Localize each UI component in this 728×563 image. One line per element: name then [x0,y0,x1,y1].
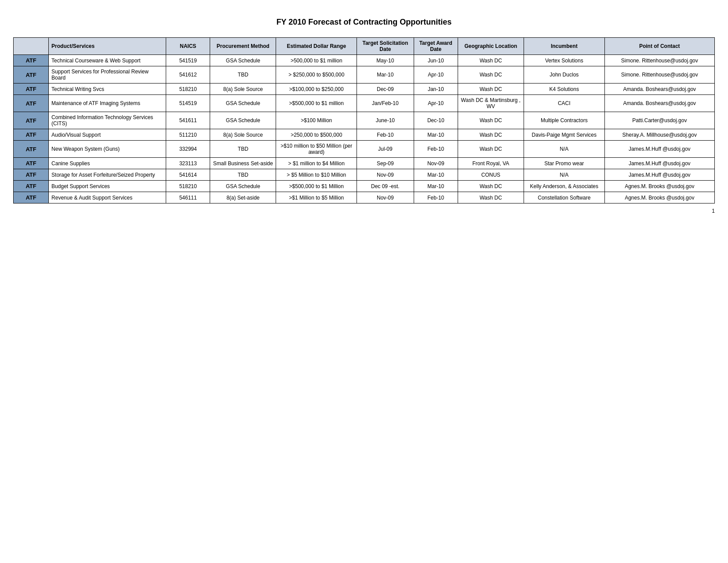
row-9-col-1: Budget Support Services [49,181,166,192]
row-5-col-7: Wash DC [458,129,524,141]
row-3-col-1: Maintenance of ATF Imaging Systems [49,95,166,112]
row-2-col-3: 8(a) Sole Source [210,84,276,95]
row-3-col-4: >$500,000 to $1 million [276,95,357,112]
row-4-col-5: June-10 [357,112,414,129]
col-header-sol: Target Solicitation Date [357,38,414,55]
table-row: ATFSupport Services for Professional Rev… [14,66,715,84]
row-0-col-9: Simone. Rittenhouse@usdoj.gov [604,55,714,66]
row-2-col-5: Dec-09 [357,84,414,95]
row-6-col-6: Feb-10 [414,141,458,158]
row-6-col-2: 332994 [166,141,210,158]
row-8-col-9: James.M.Huff @usdoj.gov [604,169,714,181]
row-0-col-8: Vertex Solutions [524,55,605,66]
row-3-col-0: ATF [14,95,49,112]
row-4-col-7: Wash DC [458,112,524,129]
row-3-col-3: GSA Schedule [210,95,276,112]
table-row: ATFCombined Information Technology Servi… [14,112,715,129]
row-7-col-6: Nov-09 [414,158,458,169]
row-5-col-0: ATF [14,129,49,141]
row-5-col-2: 511210 [166,129,210,141]
row-8-col-1: Storage for Asset Forfeiture/Seized Prop… [49,169,166,181]
row-0-col-2: 541519 [166,55,210,66]
table-row: ATFMaintenance of ATF Imaging Systems514… [14,95,715,112]
row-5-col-5: Feb-10 [357,129,414,141]
table-row: ATFRevenue & Audit Support Services54611… [14,192,715,203]
row-6-col-1: New Weapon System (Guns) [49,141,166,158]
row-9-col-8: Kelly Anderson, & Associates [524,181,605,192]
col-header-incumbent: Incumbent [524,38,605,55]
row-1-col-3: TBD [210,66,276,84]
table-row: ATFNew Weapon System (Guns)332994TBD>$10… [14,141,715,158]
row-2-col-0: ATF [14,84,49,95]
row-7-col-9: James.M.Huff @usdoj.gov [604,158,714,169]
row-3-col-8: CACI [524,95,605,112]
table-row: ATFBudget Support Services518210GSA Sche… [14,181,715,192]
col-header-proc: Procurement Method [210,38,276,55]
row-9-col-6: Mar-10 [414,181,458,192]
row-4-col-1: Combined Information Technology Services… [49,112,166,129]
row-4-col-9: Patti.Carter@usdoj.gov [604,112,714,129]
row-1-col-1: Support Services for Professional Review… [49,66,166,84]
col-header-poc: Point of Contact [604,38,714,55]
row-10-col-7: Wash DC [458,192,524,203]
row-8-col-4: > $5 Million to $10 Million [276,169,357,181]
row-8-col-7: CONUS [458,169,524,181]
row-1-col-9: Simone. Rittenhouse@usdoj.gov [604,66,714,84]
row-9-col-2: 518210 [166,181,210,192]
col-header-dollar: Estimated Dollar Range [276,38,357,55]
row-2-col-4: >$100,000 to $250,000 [276,84,357,95]
row-1-col-7: Wash DC [458,66,524,84]
row-2-col-8: K4 Solutions [524,84,605,95]
row-5-col-1: Audio/Visual Support [49,129,166,141]
row-0-col-4: >500,000 to $1 million [276,55,357,66]
row-4-col-8: Multiple Contractors [524,112,605,129]
row-4-col-4: >$100 Million [276,112,357,129]
row-9-col-0: ATF [14,181,49,192]
row-8-col-6: Mar-10 [414,169,458,181]
table-row: ATFTechnical Writing Svcs5182108(a) Sole… [14,84,715,95]
row-9-col-5: Dec 09 -est. [357,181,414,192]
row-6-col-0: ATF [14,141,49,158]
row-6-col-8: N/A [524,141,605,158]
row-10-col-2: 546111 [166,192,210,203]
row-7-col-0: ATF [14,158,49,169]
table-row: ATFCanine Supplies323113Small Business S… [14,158,715,169]
row-4-col-0: ATF [14,112,49,129]
row-6-col-9: James.M.Huff @usdoj.gov [604,141,714,158]
row-8-col-2: 541614 [166,169,210,181]
row-9-col-4: >$500,000 to $1 Million [276,181,357,192]
row-5-col-6: Mar-10 [414,129,458,141]
row-0-col-6: Jun-10 [414,55,458,66]
row-0-col-5: May-10 [357,55,414,66]
col-header-0 [14,38,49,55]
row-1-col-2: 541612 [166,66,210,84]
row-6-col-3: TBD [210,141,276,158]
col-header-naics: NAICS [166,38,210,55]
row-7-col-5: Sep-09 [357,158,414,169]
row-10-col-0: ATF [14,192,49,203]
col-header-product: Product/Services [49,38,166,55]
row-0-col-0: ATF [14,55,49,66]
row-8-col-5: Nov-09 [357,169,414,181]
row-0-col-1: Technical Courseware & Web Support [49,55,166,66]
row-10-col-6: Feb-10 [414,192,458,203]
row-8-col-8: N/A [524,169,605,181]
row-2-col-2: 518210 [166,84,210,95]
row-5-col-9: Sheray.A. Millhouse@usdoj.gov [604,129,714,141]
page-number: 1 [13,208,715,214]
row-7-col-2: 323113 [166,158,210,169]
row-7-col-8: Star Promo wear [524,158,605,169]
table-row: ATFAudio/Visual Support5112108(a) Sole S… [14,129,715,141]
row-5-col-3: 8(a) Sole Source [210,129,276,141]
row-10-col-3: 8(a) Set-aside [210,192,276,203]
row-9-col-7: Wash DC [458,181,524,192]
row-7-col-3: Small Business Set-aside [210,158,276,169]
row-7-col-4: > $1 million to $4 Million [276,158,357,169]
row-5-col-8: Davis-Paige Mgmt Services [524,129,605,141]
row-6-col-4: >$10 million to $50 Million (per award) [276,141,357,158]
row-9-col-9: Agnes.M. Brooks @usdoj.gov [604,181,714,192]
row-6-col-7: Wash DC [458,141,524,158]
row-1-col-8: John Duclos [524,66,605,84]
row-8-col-3: TBD [210,169,276,181]
table-row: ATFStorage for Asset Forfeiture/Seized P… [14,169,715,181]
